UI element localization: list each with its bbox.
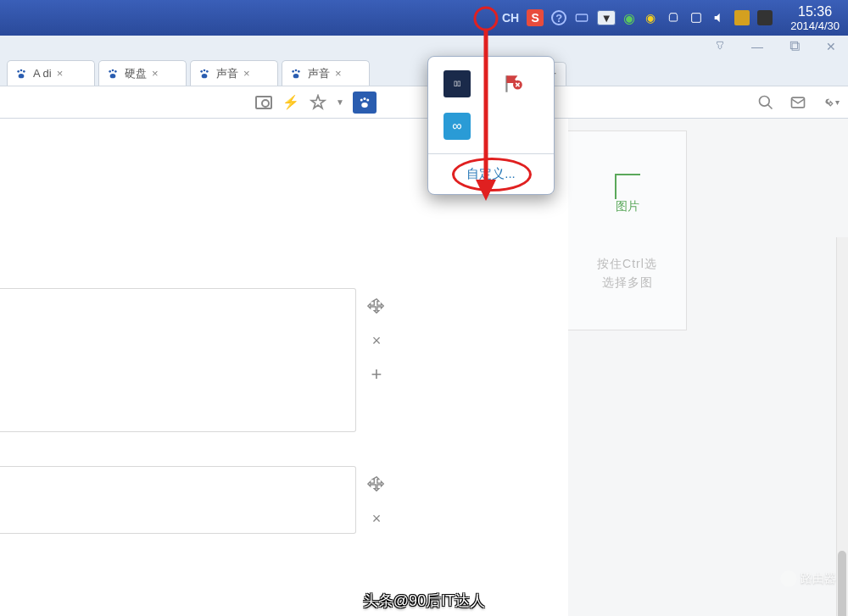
tab-close-button[interactable]: × (57, 67, 64, 80)
svg-point-8 (109, 70, 111, 73)
search-icon[interactable] (756, 93, 775, 112)
taskbar-clock[interactable]: 15:36 2014/4/30 (790, 3, 840, 33)
window-close-button[interactable]: ✕ (826, 40, 836, 53)
clock-date: 2014/4/30 (790, 19, 840, 33)
mail-icon[interactable] (789, 93, 807, 112)
baidu-paw-icon (14, 67, 28, 80)
help-tray-icon[interactable]: ? (551, 10, 566, 25)
browser-tab[interactable]: 声音 × (282, 60, 370, 86)
flag-extension-icon[interactable] (499, 70, 527, 97)
svg-point-6 (23, 70, 25, 73)
pin-icon[interactable] (714, 40, 726, 54)
svg-point-7 (19, 74, 25, 78)
app-tray-icon-1[interactable] (734, 10, 750, 25)
svg-point-5 (20, 69, 23, 71)
baidu-home-button[interactable] (353, 92, 377, 114)
svg-point-16 (292, 70, 294, 73)
keyboard-tray-icon[interactable] (574, 10, 589, 25)
customize-link[interactable]: 自定义... (428, 153, 554, 194)
svg-point-15 (202, 74, 208, 78)
svg-point-21 (363, 97, 365, 100)
dolby-extension-icon[interactable]: ▯▯ (444, 70, 471, 97)
svg-rect-3 (792, 43, 799, 50)
add-item-button[interactable]: + (371, 363, 382, 386)
svg-rect-0 (576, 14, 587, 21)
scrollbar-thumb[interactable] (838, 551, 846, 616)
power-tray-icon[interactable] (666, 10, 681, 25)
page-content: × + × 图片 按住Ctrl选 选择多图 (0, 119, 848, 616)
browser-tab[interactable]: 硬盘 × (98, 60, 187, 86)
remove-item-button[interactable]: × (372, 510, 382, 528)
svg-point-12 (200, 70, 203, 73)
window-controls: — ✕ (0, 36, 848, 58)
clock-time: 15:36 (790, 3, 840, 19)
svg-point-17 (295, 69, 298, 71)
svg-point-24 (760, 96, 770, 106)
tab-close-button[interactable]: × (152, 67, 159, 80)
device-tray-icon[interactable] (689, 10, 704, 25)
browser-tab-bar: A di × 硬盘 × 声音 × 声音 × 声音 × + (0, 58, 848, 86)
move-handle-icon[interactable] (367, 475, 386, 497)
upload-sidebar: 图片 按住Ctrl选 选择多图 (568, 119, 848, 616)
remove-item-button[interactable]: × (372, 332, 382, 350)
system-tray: CH S ? ▼ ◉ ◉ 15:36 2014/4/30 (502, 3, 840, 33)
svg-point-20 (360, 98, 363, 101)
svg-rect-1 (692, 14, 701, 23)
svg-rect-2 (790, 42, 797, 48)
tab-close-button[interactable]: × (243, 67, 250, 80)
item-list: × + × (0, 288, 356, 568)
baidu-paw-icon (106, 67, 120, 80)
watermark-router: 路由器 (780, 570, 836, 587)
scrollbar-track[interactable] (836, 237, 848, 616)
svg-point-22 (366, 98, 369, 101)
notification-tray-icon[interactable]: ◉ (643, 10, 658, 25)
ime-indicator[interactable]: CH (502, 11, 519, 25)
browser-toolbar: ⚡ ▼ ▾ (0, 86, 848, 119)
svg-point-23 (361, 103, 368, 108)
move-handle-icon[interactable] (367, 297, 386, 319)
tab-close-button[interactable]: × (335, 67, 342, 80)
minimize-button[interactable]: — (751, 40, 763, 53)
tray-dropdown-popup: ▯▯ ∞ 自定义... (427, 56, 555, 195)
browser-tab[interactable]: 声音 × (190, 60, 278, 86)
svg-point-9 (112, 69, 114, 71)
settings-wrench-icon[interactable]: ▾ (821, 93, 840, 112)
svg-point-18 (298, 70, 300, 73)
toolbar-dropdown-icon[interactable]: ▼ (336, 97, 344, 107)
tab-label: A di (33, 67, 52, 80)
browser-tab[interactable]: A di × (7, 60, 95, 86)
svg-point-4 (17, 70, 20, 73)
camera-icon[interactable] (254, 93, 273, 112)
tray-dropdown-button[interactable]: ▼ (597, 10, 616, 25)
app-tray-icon-2[interactable] (757, 10, 773, 25)
broken-image-placeholder: 图片 (616, 199, 639, 214)
annotation-highlight-ellipse (452, 158, 532, 191)
watermark-author: 头条@90后IT达人 (363, 591, 485, 611)
svg-point-10 (114, 70, 117, 73)
shield-tray-icon[interactable]: ◉ (623, 10, 635, 26)
list-item: × (0, 466, 356, 534)
svg-point-19 (293, 74, 299, 78)
volume-tray-icon[interactable] (711, 10, 727, 25)
baidu-paw-icon (198, 67, 211, 80)
baidu-paw-icon (289, 67, 303, 80)
svg-point-14 (206, 70, 209, 73)
svg-line-25 (768, 104, 773, 108)
upload-hint-text: 按住Ctrl选 选择多图 (597, 254, 657, 292)
tab-label: 声音 (308, 66, 330, 81)
maximize-button[interactable] (789, 40, 801, 54)
bolt-icon[interactable]: ⚡ (282, 93, 300, 112)
system-taskbar: CH S ? ▼ ◉ ◉ 15:36 2014/4/30 (0, 0, 848, 36)
svg-point-11 (110, 74, 116, 78)
list-item: × + (0, 288, 356, 432)
tab-label: 声音 (216, 66, 238, 81)
favorite-star-icon[interactable] (309, 93, 327, 112)
sogou-tray-icon[interactable]: S (527, 9, 544, 26)
link-extension-icon[interactable]: ∞ (444, 113, 471, 140)
svg-point-13 (204, 69, 206, 71)
image-upload-dropzone[interactable]: 图片 按住Ctrl选 选择多图 (568, 130, 687, 330)
tab-label: 硬盘 (125, 66, 147, 81)
